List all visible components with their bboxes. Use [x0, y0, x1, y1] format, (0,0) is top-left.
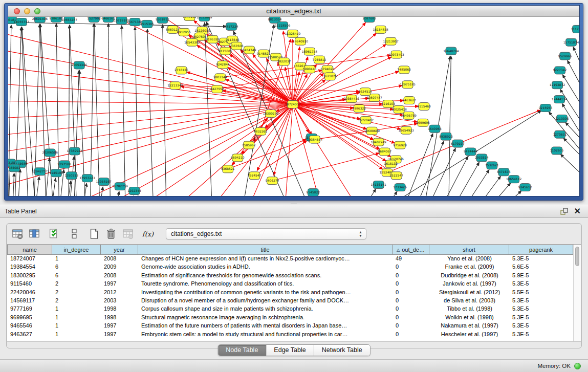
network-node[interactable]: 15751074 — [563, 38, 579, 46]
network-node[interactable]: 12213349 — [167, 82, 183, 90]
network-node[interactable]: 8694210 — [231, 154, 245, 162]
network-node[interactable]: 9115460 — [417, 103, 431, 111]
network-node[interactable]: 9699695 — [416, 119, 430, 126]
network-node[interactable]: 1210306 — [555, 115, 569, 122]
network-node[interactable]: 19654923 — [398, 126, 414, 134]
network-node[interactable]: 13958167 — [96, 178, 112, 186]
network-node[interactable]: 16495759 — [401, 112, 417, 119]
network-node[interactable]: 9756928 — [393, 141, 407, 149]
network-node[interactable]: 9227342 — [553, 67, 567, 74]
network-node[interactable]: 6466161 — [101, 17, 115, 22]
network-node[interactable]: 12975185 — [400, 81, 416, 89]
network-node[interactable]: 6179197 — [451, 140, 465, 147]
float-window-icon[interactable] — [560, 207, 569, 215]
network-nodes[interactable]: 1872400793618171405571720691406938618710… — [8, 17, 579, 196]
column-header-name[interactable]: name — [7, 245, 52, 255]
network-node[interactable]: 1640954 — [428, 125, 442, 133]
network-node[interactable]: 7532621 — [485, 162, 499, 169]
network-node[interactable]: 6216103 — [381, 100, 395, 108]
table-vertical-scrollbar[interactable] — [573, 245, 581, 341]
table-row[interactable]: 1456911722003Disruption of a novel membe… — [7, 297, 573, 305]
network-node[interactable]: 18640910 — [293, 37, 309, 45]
network-node[interactable]: 5990448 — [303, 65, 317, 73]
network-node[interactable]: 1102605 — [550, 147, 564, 155]
network-canvas-area[interactable]: 1872400793618171405571720691406938618710… — [8, 17, 579, 196]
function-builder-icon[interactable]: f(x) — [141, 227, 155, 240]
network-node[interactable]: 8427552 — [210, 85, 224, 93]
select-columns-icon[interactable] — [28, 227, 41, 240]
column-header-pagerank[interactable]: pagerank — [509, 245, 573, 255]
network-node[interactable]: 6794028 — [321, 65, 335, 73]
network-node[interactable]: 20364436 — [344, 95, 360, 103]
network-node[interactable]: 2718126 — [175, 67, 188, 74]
network-node[interactable]: 2803144 — [213, 74, 227, 81]
network-node[interactable]: 9474444 — [464, 148, 477, 156]
network-node[interactable]: 16033809 — [197, 17, 212, 21]
network-node[interactable]: 9215953 — [539, 104, 553, 112]
network-node[interactable]: 7585962 — [242, 141, 256, 149]
network-node[interactable]: 7924547 — [248, 172, 262, 180]
network-node[interactable]: 19384554 — [307, 136, 323, 143]
network-node[interactable]: 20053346 — [72, 61, 88, 69]
network-node[interactable]: 7485063 — [397, 66, 411, 74]
network-node[interactable]: 2087682 — [362, 17, 376, 22]
close-icon[interactable]: ✕ — [574, 207, 581, 215]
network-node[interactable]: 9545022 — [307, 189, 320, 196]
network-node[interactable]: 22218506 — [275, 21, 291, 29]
table-row[interactable]: 946554611997Estimation of the future num… — [7, 322, 573, 330]
table-row[interactable]: 911546021997Tourette syndrome. Phenomeno… — [7, 280, 573, 288]
network-node[interactable]: 2522547 — [389, 172, 403, 180]
table-row[interactable]: 1830029562008Estimation of significance … — [7, 272, 573, 280]
tab-network-table[interactable]: Network Table — [314, 345, 370, 356]
network-node[interactable]: 9361812 — [156, 17, 169, 23]
scrollbar-thumb[interactable] — [575, 247, 579, 266]
network-node[interactable]: 16961758 — [302, 48, 318, 55]
network-node[interactable]: 9175685 — [219, 47, 232, 55]
network-node[interactable]: 16782759 — [112, 183, 128, 190]
network-node[interactable]: 20691406 — [32, 17, 48, 23]
network-node[interactable]: 1292344 — [127, 187, 141, 195]
network-node[interactable]: 8938923 — [439, 133, 453, 140]
network-node[interactable]: 17359924 — [67, 147, 83, 155]
network-node[interactable]: 12213957 — [383, 37, 399, 45]
network-node[interactable]: 1145194 — [50, 169, 63, 177]
network-node[interactable]: 3822037 — [277, 58, 291, 65]
network-node[interactable]: 1527002 — [87, 17, 101, 22]
network-node[interactable]: 9245612 — [518, 184, 532, 191]
network-node[interactable]: 9684067 — [378, 148, 391, 156]
network-node[interactable]: 1270631 — [553, 130, 567, 138]
memory-ok-indicator-icon[interactable] — [574, 363, 581, 369]
network-node[interactable]: 17957223 — [79, 174, 95, 182]
network-node[interactable]: 1615132 — [384, 160, 398, 168]
network-node[interactable]: 7515385 — [140, 20, 154, 28]
network-node[interactable]: 9368521 — [221, 165, 235, 173]
network-node[interactable]: 14055717 — [14, 18, 30, 26]
network-node[interactable]: 10688609 — [364, 127, 380, 135]
table-settings-icon[interactable] — [11, 227, 24, 240]
table-row[interactable]: 977716911998Corpus callosum shape and si… — [7, 305, 573, 313]
network-node[interactable]: 7857224 — [225, 23, 238, 30]
table-row[interactable]: 1938455462009Genome-wide association stu… — [7, 263, 573, 271]
network-node[interactable]: 16648784 — [443, 47, 459, 55]
network-node[interactable]: 2933514 — [475, 154, 489, 162]
column-header-short[interactable]: short — [429, 245, 509, 255]
network-node[interactable]: 16154838 — [373, 26, 388, 33]
table-select-dropdown[interactable]: citations_edges.txt ▲▼ — [166, 228, 366, 239]
network-node[interactable]: 12193872 — [550, 81, 565, 89]
merge-rows-icon[interactable] — [68, 227, 81, 240]
column-header-out_de[interactable]: △out_de… — [393, 245, 429, 255]
delete-table-icon[interactable] — [104, 227, 118, 240]
network-node[interactable]: 9463627 — [402, 97, 416, 104]
network-node[interactable]: 8471676 — [497, 168, 511, 176]
network-node[interactable]: 10719185 — [114, 17, 129, 24]
network-node[interactable]: 9146821 — [257, 50, 271, 57]
network-node[interactable]: 9197588 — [57, 161, 71, 168]
network-node[interactable]: 8912955 — [177, 28, 191, 36]
network-node[interactable]: 14136141 — [371, 181, 386, 189]
table-row[interactable]: 946362711997Embryonic stem cells: a mode… — [7, 331, 573, 339]
network-node[interactable]: 1350513 — [64, 172, 78, 180]
network-node[interactable]: 9806274 — [266, 177, 279, 185]
table-row[interactable]: 2242004622012Investigating the contribut… — [7, 289, 573, 297]
network-node[interactable]: 7986322 — [352, 105, 366, 113]
column-header-year[interactable]: year — [101, 245, 138, 255]
